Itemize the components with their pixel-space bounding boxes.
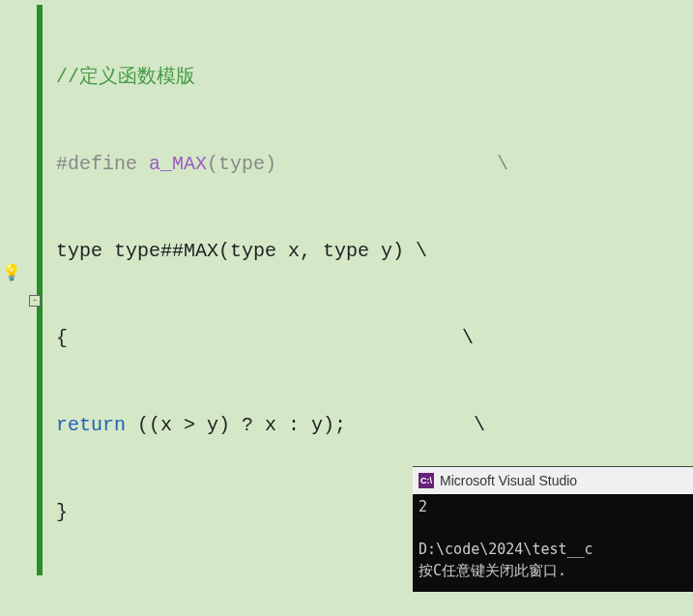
comment: //定义函数模版 (56, 66, 195, 88)
code-line[interactable]: type type##MAX(type x, type y) \ (56, 237, 693, 266)
vs-icon: C:\ (419, 473, 434, 488)
lightbulb-icon[interactable]: 💡 (2, 263, 21, 282)
code-line[interactable]: { \ (56, 324, 693, 353)
debug-console-window[interactable]: C:\ Microsoft Visual Studio 2 D:\code\20… (413, 466, 693, 592)
macro-body: type type##MAX(type x, type y) \ (56, 240, 427, 262)
macro-args: (type) (207, 153, 276, 175)
console-output: 2 D:\code\2024\test__c 按C任意键关闭此窗口. (413, 494, 693, 583)
console-title-text: Microsoft Visual Studio (440, 473, 577, 488)
macro-name: a_MAX (149, 153, 207, 175)
line-continuation (276, 153, 497, 175)
code-line[interactable]: #define a_MAX(type) \ (56, 150, 693, 179)
preproc: #define (56, 153, 149, 175)
code-line[interactable]: //定义函数模版 (56, 63, 693, 92)
console-titlebar[interactable]: C:\ Microsoft Visual Studio (413, 467, 693, 494)
collapse-icon[interactable]: - (29, 295, 41, 307)
editor-gutter: 💡 - (0, 0, 48, 616)
code-line[interactable]: return ((x > y) ? x : y); \ (56, 411, 693, 440)
change-marker (37, 5, 43, 575)
